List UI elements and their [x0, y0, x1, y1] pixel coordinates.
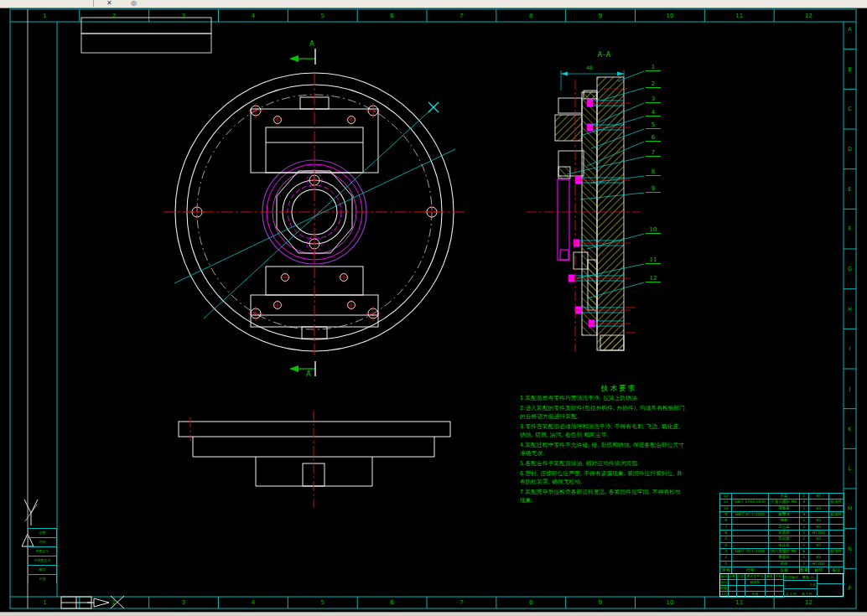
window-bottom-edge	[0, 612, 867, 616]
parts-list-cell	[732, 555, 768, 561]
parts-list-cell: 45	[809, 555, 829, 561]
parts-list-row: 1壳体1HT200	[720, 562, 844, 567]
grid-row-label: D	[848, 146, 852, 152]
margin-cell: 描图	[28, 528, 57, 537]
weight-label: 重量	[802, 575, 809, 579]
margin-cell: 旧底图总号	[28, 556, 57, 565]
title-block-cell: 更改文件号	[745, 574, 766, 580]
parts-list-cell: 摩擦盘	[769, 555, 800, 561]
parts-list-cell	[732, 494, 768, 500]
parts-list-cell	[809, 549, 829, 555]
parts-list-cell: HT200	[809, 562, 829, 567]
title-block-cell	[766, 592, 775, 598]
parts-list-cell	[732, 506, 768, 512]
stage-label: 阶段标记	[785, 575, 798, 579]
parts-list-cell	[732, 536, 768, 542]
parts-list-cell: 1	[800, 525, 809, 531]
grid-column-label: 3	[182, 13, 185, 18]
parts-list-cell: 压盖	[769, 494, 800, 500]
parts-list-cell: 连接盘	[769, 543, 800, 549]
grid-row-label: E	[848, 186, 851, 192]
parts-list-cell	[829, 536, 844, 542]
title-block-cell: 标准化	[745, 580, 766, 586]
tech-requirement-item: 2.进入装配的零件及部件(包括外购件, 外协件), 均须具有检验部门的合格证方能…	[520, 404, 686, 421]
parts-list-cell	[809, 500, 829, 505]
cut-letter-top: A	[309, 41, 314, 48]
parts-list-cell: 8	[720, 518, 732, 524]
grid-column-label: 12	[805, 13, 812, 18]
parts-list-cell: 6	[720, 531, 732, 536]
parts-list-cell	[732, 531, 768, 536]
grid-row-label: C	[848, 106, 852, 112]
parts-list-cell: 1	[800, 531, 809, 536]
margin-cell: 描校	[28, 537, 57, 546]
grid-row-label: M	[848, 505, 853, 511]
title-block-cell	[737, 580, 745, 586]
parts-list-cell	[829, 543, 844, 549]
grid-column-label: 10	[666, 13, 673, 18]
grid-column-label: 3	[182, 600, 185, 606]
title-block-cell	[775, 592, 784, 598]
parts-list-cell: 1	[800, 518, 809, 524]
sheet-no: 第 1 张	[802, 592, 812, 596]
tech-requirements-title: 技术要求	[601, 385, 636, 392]
title-block-cell	[766, 586, 775, 592]
parts-list-cell	[809, 512, 829, 518]
parts-list-cell: 1	[800, 562, 809, 567]
parts-list-table: 12压盖14511GB/T 5783-2000六角头螺栓 M84标准件10调整垫…	[719, 493, 844, 574]
grid-square-symbol	[61, 597, 91, 608]
tech-requirement-item: 5.各配合件于装配前涂油, 相对运动件涂润滑脂.	[520, 459, 686, 468]
parts-list-row: 5导向套245	[720, 536, 844, 542]
grid-column-label: 2	[112, 13, 116, 18]
parts-list-cell: GB/T 70.1-2008	[732, 549, 768, 555]
arrow-symbol	[87, 598, 109, 607]
title-block-cell: 签名	[766, 574, 775, 580]
parts-list-cell	[732, 543, 768, 549]
parts-list-cell: 45	[809, 543, 829, 549]
leader-label: 2	[646, 80, 661, 88]
parts-list-cell: 1	[800, 494, 809, 500]
leader-label: 8	[646, 168, 661, 176]
grid-row-label: P	[849, 586, 852, 592]
grid-column-label: 9	[599, 600, 602, 606]
cut-letter-bottom: A	[306, 371, 310, 378]
parts-list-cell: 六角头螺栓 M8	[769, 500, 800, 505]
parts-list-row: 6支承座1HT200	[720, 531, 844, 536]
grid-column-label: 2	[112, 600, 116, 606]
cut-arrow-bottom	[289, 361, 315, 376]
tech-requirement-item: 6.密封, 连接部位应严密, 不得有渗漏现象, 紧固件应拧紧到位, 并有防松装置…	[520, 469, 686, 486]
parts-list-row: 11GB/T 5783-2000六角头螺栓 M84标准件	[720, 500, 844, 505]
title-block-stage: 阶段标记 重量 比例	[784, 574, 818, 580]
grid-column-label: 7	[459, 600, 463, 606]
margin-cell: 日期	[28, 574, 57, 583]
parts-list-cell: 垫圈 8	[769, 512, 800, 518]
leader-label: 10	[646, 226, 661, 234]
parts-list-cell: 45	[809, 506, 829, 512]
parts-list-cell: 7	[720, 525, 732, 531]
leader-label: 1	[646, 64, 661, 71]
parts-list-row: 7定位盘145	[720, 525, 844, 531]
leader-label: 7	[646, 149, 661, 157]
grid-column-label: 8	[529, 600, 532, 606]
parts-list-cell: 1	[720, 562, 732, 567]
tech-requirement-item: 7.装配完毕后应检查各部运转灵活, 各紧固件应牢固, 不得有松动现象.	[520, 488, 686, 505]
grid-column-label: 10	[666, 600, 673, 606]
parts-list-cell: HT200	[809, 531, 829, 536]
grid-column-label: 9	[599, 13, 602, 18]
parts-list-row: 3GB/T 70.1-2008内六角螺钉 M66标准件	[720, 549, 844, 555]
title-block-stage-values: 1:2	[784, 580, 818, 588]
parts-list-row: 10调整垫145	[720, 506, 844, 512]
parts-list-cell: 4	[800, 500, 809, 505]
title-block-cell: 批准	[745, 592, 766, 598]
parts-list-cell	[829, 506, 844, 512]
title-block-cell: 处数	[729, 574, 737, 580]
bottom-view	[179, 411, 450, 508]
grid-column-label: 5	[321, 13, 324, 18]
grid-row-label: B	[848, 66, 851, 72]
parts-list-cell	[829, 525, 844, 531]
parts-list-cell: 调整垫	[769, 506, 800, 512]
grid-row-label: G	[848, 266, 852, 272]
section-title: A-A	[598, 52, 611, 59]
parts-list-cell: 支承座	[769, 531, 800, 536]
tech-requirement-item: 4.装配过程中零件不允许磕, 碰, 划伤和锈蚀, 保证各配合部位尺寸准确无误.	[520, 441, 686, 458]
